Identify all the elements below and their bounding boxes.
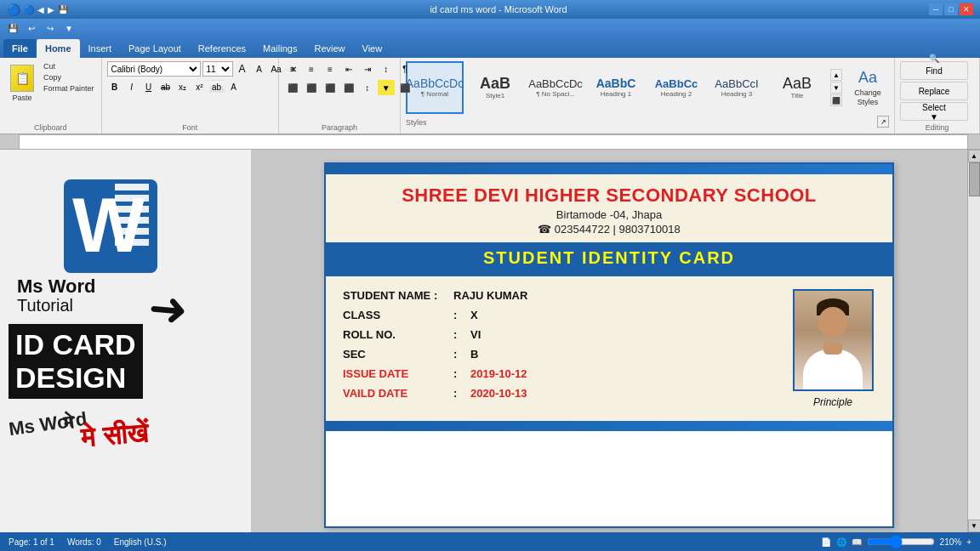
redo-button[interactable]: ↪	[43, 21, 58, 35]
style-style1[interactable]: AaB Style1	[466, 61, 524, 114]
scroll-thumb[interactable]	[969, 162, 980, 196]
left-panel: W Ms Word Tutorial ➜ ID CARD DESIGN Ms W…	[0, 150, 251, 532]
card-photo-area: Principle	[790, 289, 875, 408]
text-color-button[interactable]: A	[226, 80, 242, 94]
banner-text: STUDENT IDENTITY CARD	[326, 248, 892, 268]
shading-button[interactable]: ▼	[378, 80, 395, 95]
photo-frame	[793, 289, 874, 391]
tab-pagelayout[interactable]: Page Layout	[120, 39, 190, 58]
card-info: STUDENT NAME : RAJU KUMAR CLASS : X ROLL…	[343, 289, 778, 408]
view-print-icon[interactable]: 📄	[821, 537, 831, 547]
font-label: Font	[107, 122, 273, 132]
styles-more[interactable]: ⬛	[830, 94, 842, 106]
tab-insert[interactable]: Insert	[80, 39, 121, 58]
info-rollno: ROLL NO. : VI	[343, 328, 778, 341]
font-size-select[interactable]: 11	[202, 61, 233, 77]
info-valid-date: VAILD DATE : 2020-10-13	[343, 387, 778, 400]
subscript-button[interactable]: x₂	[175, 80, 191, 94]
quick-access-toolbar: 💾 ↩ ↪ ▼	[0, 19, 980, 37]
decrease-indent-button[interactable]: ⇤	[340, 61, 357, 77]
numbering-button[interactable]: ≡	[303, 61, 320, 77]
customize-button[interactable]: ▼	[61, 21, 77, 35]
undo-button[interactable]: ↩	[24, 21, 39, 35]
style-heading1[interactable]: AaBbC Heading 1	[587, 61, 645, 114]
view-reading-icon[interactable]: 📖	[852, 537, 862, 547]
card-bottom-stripe	[326, 421, 892, 431]
replace-button[interactable]: Replace	[900, 82, 968, 100]
change-styles-button[interactable]: Aa Change Styles	[846, 61, 889, 114]
editing-label: Editing	[900, 122, 974, 132]
horizontal-ruler	[19, 134, 968, 150]
window-title: id card ms word - Microsoft Word	[68, 4, 929, 14]
svg-rect-8	[115, 228, 149, 235]
styles-label: Styles	[406, 116, 427, 127]
word-count: Words: 0	[67, 537, 101, 547]
justify-button[interactable]: ⬛	[340, 80, 357, 95]
scroll-down-button[interactable]: ▼	[968, 520, 981, 532]
zoom-slider[interactable]	[867, 537, 935, 547]
multilevel-button[interactable]: ≡	[322, 61, 339, 77]
copy-button[interactable]: Copy	[42, 72, 96, 82]
tab-view[interactable]: View	[354, 39, 391, 58]
line-spacing-button[interactable]: ↕	[359, 80, 376, 95]
maximize-button[interactable]: □	[944, 3, 958, 15]
tab-file[interactable]: File	[3, 39, 37, 58]
paragraph-group: ≡ ≡ ≡ ⇤ ⇥ ↕ ¶ ⬛ ⬛ ⬛ ⬛ ↕ ▼ ⬛ Paragraph	[279, 58, 401, 133]
style-no-spacing[interactable]: AaBbCcDc ¶ No Spaci...	[527, 61, 584, 114]
ribbon-tabs: File Home Insert Page Layout References …	[0, 37, 980, 58]
find-button[interactable]: 🔍 Find ▼	[900, 61, 968, 80]
align-center-button[interactable]: ⬛	[303, 80, 320, 95]
styles-group: AaBbCcDc ¶ Normal AaB Style1 AaBbCcDc ¶ …	[401, 58, 895, 133]
paste-button[interactable]: 📋 Paste	[5, 61, 39, 105]
text-highlight-button[interactable]: ab	[209, 80, 225, 94]
card-top-stripe	[326, 164, 892, 174]
info-sec: SEC : B	[343, 348, 778, 361]
borders-button[interactable]: ⬛	[396, 80, 413, 95]
format-painter-button[interactable]: Format Painter	[42, 83, 96, 94]
photo-placeholder	[794, 290, 873, 390]
cut-button[interactable]: Cut	[42, 61, 96, 71]
clipboard-group: 📋 Paste Cut Copy Format Painter Clipboar…	[0, 58, 102, 133]
save-quick-button[interactable]: 💾	[5, 21, 20, 35]
seekhen-label: मे सीखें	[80, 418, 150, 455]
style-title[interactable]: AaB Title	[768, 61, 826, 114]
principle-text: Principle	[813, 396, 852, 408]
styles-scroll-up[interactable]: ▲	[830, 69, 842, 81]
minimize-button[interactable]: ─	[929, 3, 943, 15]
superscript-button[interactable]: x²	[192, 80, 208, 94]
align-left-button[interactable]: ⬛	[284, 80, 301, 95]
font-shrink-button[interactable]: A	[252, 62, 267, 76]
tab-references[interactable]: References	[190, 39, 254, 58]
underline-button[interactable]: U	[141, 80, 157, 94]
bold-button[interactable]: B	[107, 80, 122, 94]
styles-scroll-down[interactable]: ▼	[830, 82, 842, 94]
view-web-icon[interactable]: 🌐	[836, 537, 846, 547]
style-normal[interactable]: AaBbCcDc ¶ Normal	[406, 61, 464, 114]
bullets-button[interactable]: ≡	[284, 61, 301, 77]
italic-button[interactable]: I	[124, 80, 140, 94]
sort-button[interactable]: ↕	[378, 61, 395, 77]
close-button[interactable]: ✕	[960, 3, 973, 15]
id-card-design-box: ID CARD DESIGN	[9, 324, 143, 399]
style-heading3[interactable]: AaBbCcI Heading 3	[708, 61, 766, 114]
font-grow-button[interactable]: A	[235, 62, 250, 76]
tab-home[interactable]: Home	[37, 39, 80, 58]
strikethrough-button[interactable]: ab	[158, 80, 174, 94]
tab-mailings[interactable]: Mailings	[254, 39, 305, 58]
increase-indent-button[interactable]: ⇥	[359, 61, 376, 77]
zoom-in-icon[interactable]: +	[966, 537, 971, 547]
scroll-up-button[interactable]: ▲	[968, 150, 981, 162]
document-main: SHREE DEVI HIGHER SECONDARY SCHOOL Birta…	[251, 150, 967, 532]
font-group: Calibri (Body) 11 A A Aa ✕ B I U ab x₂ x…	[102, 58, 279, 133]
style-heading2[interactable]: AaBbCc Heading 2	[647, 61, 705, 114]
font-family-select[interactable]: Calibri (Body)	[107, 61, 201, 77]
align-right-button[interactable]: ⬛	[322, 80, 339, 95]
tab-review[interactable]: Review	[305, 39, 353, 58]
select-button[interactable]: Select ▼	[900, 102, 968, 121]
svg-rect-7	[115, 217, 149, 224]
svg-rect-9	[115, 239, 149, 246]
language: English (U.S.)	[114, 537, 167, 547]
scroll-track	[968, 162, 980, 520]
styles-launcher[interactable]: ↗	[877, 116, 889, 128]
show-marks-button[interactable]: ¶	[396, 61, 413, 77]
